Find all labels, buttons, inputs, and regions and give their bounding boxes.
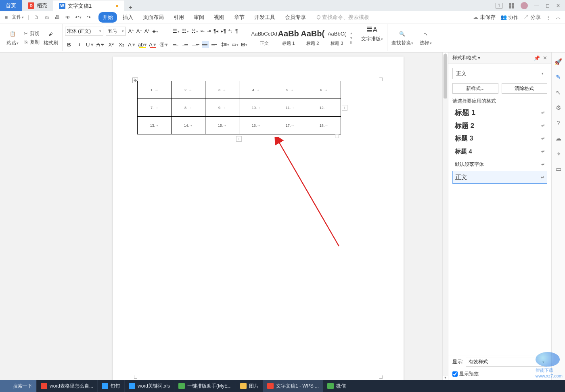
menu-tab-8[interactable]: 会员专享 bbox=[281, 12, 310, 23]
bold-button[interactable]: B bbox=[65, 40, 73, 48]
taskbar-item[interactable]: 微信 bbox=[323, 380, 350, 392]
table-cell[interactable]: 8. → bbox=[172, 99, 205, 117]
taskbar-item[interactable]: 一键排版助手(MyE... bbox=[174, 380, 236, 392]
style-gallery-item[interactable]: AaBb标题 1 bbox=[277, 25, 300, 48]
copy-button[interactable]: ⎘复制 bbox=[23, 39, 40, 46]
panel-close-button[interactable]: ✕ bbox=[543, 55, 547, 61]
show-filter-select[interactable]: 有效样式▾ bbox=[466, 358, 547, 367]
table-cell[interactable]: 16.→ bbox=[239, 117, 273, 134]
menu-tab-7[interactable]: 开发工具 bbox=[250, 12, 279, 23]
phonetic-button[interactable]: ㊟▾ bbox=[159, 40, 167, 48]
table-add-col-button[interactable]: + bbox=[342, 105, 347, 111]
table-resize-handle[interactable] bbox=[335, 134, 339, 138]
cloud-sync-icon[interactable]: ☁ bbox=[554, 134, 563, 143]
text-layout-button[interactable]: ≣A 文字排版▾ bbox=[360, 25, 385, 42]
scroll-down-icon[interactable]: ▼ bbox=[443, 376, 448, 380]
align-distribute-icon[interactable] bbox=[211, 41, 219, 48]
font-color-button[interactable]: A▾ bbox=[149, 40, 157, 48]
multilevel-icon[interactable]: ☵▾ bbox=[191, 28, 198, 34]
clear-format-button[interactable]: 清除格式 bbox=[502, 83, 548, 94]
taskbar-item[interactable]: 钉钉 bbox=[98, 380, 125, 392]
table-cell[interactable]: 1. → bbox=[138, 81, 172, 99]
more-icon[interactable]: ⋮ bbox=[546, 15, 551, 21]
style-list-item[interactable]: 默认段落字体↵ bbox=[452, 158, 547, 171]
format-painter-button[interactable]: 🖌 格式刷 bbox=[42, 29, 60, 46]
new-style-button[interactable]: 新样式... bbox=[452, 83, 498, 94]
highlight-button[interactable]: ab▾ bbox=[138, 40, 146, 48]
paste-button[interactable]: 📋 粘贴▾ bbox=[5, 29, 20, 46]
table-cell[interactable]: 5. → bbox=[273, 81, 307, 99]
taskbar-item[interactable]: 文字文稿1 - WPS ... bbox=[263, 380, 323, 392]
bullets-icon[interactable]: ☰▾ bbox=[173, 28, 180, 34]
pencil-icon[interactable]: ✎ bbox=[554, 73, 563, 82]
align-center-icon[interactable] bbox=[182, 41, 190, 48]
subscript-button[interactable]: X₂ bbox=[117, 40, 126, 48]
style-gallery-item[interactable]: AaBb(标题 2 bbox=[301, 25, 324, 48]
table-cell[interactable]: 11.→ bbox=[273, 99, 307, 117]
pointer-icon[interactable]: ↖ bbox=[554, 88, 563, 97]
page[interactable]: ✥ 1. →2. →3. →4. →5. →6. →7. →8. →9. →10… bbox=[113, 57, 404, 380]
print-icon[interactable]: 🖶 bbox=[54, 14, 61, 21]
show-preview-checkbox[interactable] bbox=[452, 371, 458, 377]
table-cell[interactable]: 6. → bbox=[307, 81, 341, 99]
table-cell[interactable]: 4. → bbox=[239, 81, 273, 99]
table-cell[interactable]: 10.→ bbox=[239, 99, 273, 117]
text-effects-button[interactable]: A▾ bbox=[128, 40, 136, 48]
apps-icon[interactable] bbox=[509, 3, 514, 8]
taskbar-item[interactable]: word表格里怎么自... bbox=[37, 380, 98, 392]
print-preview-icon[interactable]: 👁 bbox=[65, 14, 71, 21]
table-cell[interactable]: 13.→ bbox=[138, 117, 172, 134]
new-icon[interactable]: 🗋 bbox=[33, 14, 40, 21]
panel-pin-icon[interactable]: 📌 bbox=[534, 55, 540, 61]
settings-slider-icon[interactable]: ⚙ bbox=[554, 103, 563, 112]
table-cell[interactable]: 17.→ bbox=[273, 117, 307, 134]
table-cell[interactable]: 12.→ bbox=[307, 99, 341, 117]
taskbar-item[interactable]: 搜索一下 bbox=[0, 380, 37, 392]
style-list-item[interactable]: 标题 2↵ bbox=[452, 119, 547, 132]
style-list-item[interactable]: 标题 4↵ bbox=[452, 145, 547, 158]
show-marks-icon[interactable]: ¶ bbox=[235, 28, 238, 34]
panel-title[interactable]: 样式和格式 ▾ bbox=[452, 55, 480, 61]
new-tab-button[interactable]: + bbox=[124, 4, 136, 11]
taskbar-item[interactable]: 图片 bbox=[236, 380, 263, 392]
menu-tab-2[interactable]: 页面布局 bbox=[139, 12, 168, 23]
compass-icon[interactable]: ⌖ bbox=[554, 149, 563, 158]
table-cell[interactable]: 2. → bbox=[172, 81, 205, 99]
window-close[interactable]: ✕ bbox=[556, 3, 560, 8]
change-case-icon[interactable]: Aᵃ bbox=[144, 28, 150, 34]
strike-button[interactable]: A▾ bbox=[96, 40, 105, 48]
style-gallery-item[interactable]: AaBbC(标题 3 bbox=[325, 25, 349, 48]
align-right-icon[interactable] bbox=[192, 41, 199, 48]
vertical-scrollbar[interactable]: ▲ ▼ bbox=[442, 52, 448, 380]
current-style-select[interactable]: 正文▾ bbox=[452, 68, 547, 79]
cut-button[interactable]: ✂剪切 bbox=[23, 30, 40, 37]
avatar[interactable] bbox=[521, 2, 528, 9]
borders-icon[interactable]: ⊞▾ bbox=[241, 42, 247, 47]
scrollbar-thumb[interactable] bbox=[444, 54, 447, 99]
find-replace-button[interactable]: 🔍 查找替换▾ bbox=[390, 25, 415, 50]
clear-format-icon[interactable]: ◈▾ bbox=[152, 28, 158, 34]
menu-tab-6[interactable]: 章节 bbox=[230, 12, 249, 23]
window-minimize[interactable]: — bbox=[534, 3, 539, 8]
line-spacing-icon[interactable]: ‡≡▾ bbox=[221, 42, 229, 47]
menu-tab-5[interactable]: 视图 bbox=[210, 12, 228, 23]
menu-tab-0[interactable]: 开始 bbox=[98, 12, 117, 23]
unsaved-button[interactable]: ☁ 未保存 bbox=[473, 14, 496, 21]
underline-button[interactable]: U▾ bbox=[86, 40, 94, 48]
table-cell[interactable]: 9. → bbox=[205, 99, 239, 117]
command-search[interactable]: Q 查找命令、搜索模板 bbox=[316, 14, 369, 21]
styles-more-button[interactable]: ▴▾⠿ bbox=[349, 31, 354, 45]
sort-icon[interactable]: ᴬ↓ bbox=[228, 28, 233, 34]
numbering-icon[interactable]: ☷▾ bbox=[182, 28, 189, 34]
window-maximize[interactable]: ◻ bbox=[546, 3, 550, 8]
style-list-item[interactable]: 标题 1↵ bbox=[452, 106, 547, 119]
font-size-select[interactable]: 五号▾ bbox=[106, 27, 126, 36]
undo-icon[interactable]: ↶▾ bbox=[75, 14, 82, 21]
page-count-indicator[interactable]: 1 bbox=[496, 3, 502, 8]
table-add-row-button[interactable]: + bbox=[236, 136, 242, 142]
increase-font-icon[interactable]: A⁺ bbox=[128, 28, 134, 34]
help-icon[interactable]: ？ bbox=[554, 119, 563, 128]
hamburger-icon[interactable]: ≡ bbox=[5, 15, 8, 20]
docs-icon[interactable]: ▭ bbox=[554, 165, 563, 174]
redo-icon[interactable]: ↷ bbox=[86, 14, 92, 21]
